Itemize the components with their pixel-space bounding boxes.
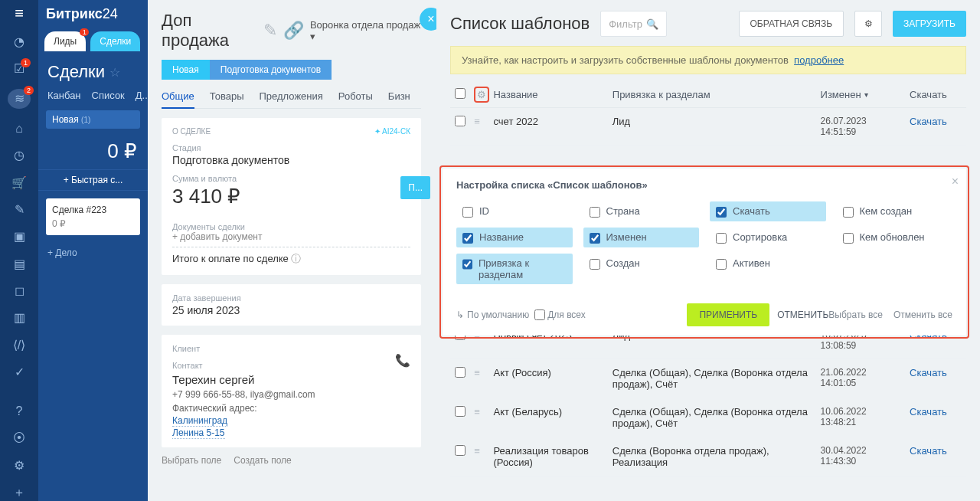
for-all-checkbox[interactable] [534,309,545,320]
drag-icon[interactable]: ≡ [474,367,480,378]
column-option[interactable]: Сортировка [710,228,826,247]
rail-settings-icon[interactable]: ⚙ [11,458,28,473]
search-icon[interactable]: 🔍 [646,18,658,30]
rail-help-icon[interactable]: ? [11,404,28,418]
rail-box-icon[interactable]: ◻ [11,283,28,298]
option-checkbox[interactable] [590,233,600,244]
cancel-button[interactable]: Отменить [777,309,828,320]
column-option[interactable]: Активен [710,254,826,284]
deal-card[interactable]: Сделка #223 0 ₽ [46,198,140,235]
option-checkbox[interactable] [716,259,727,270]
rail-contact-icon[interactable]: ▣ [11,229,28,244]
street-link[interactable]: Ленина 5-15 [172,427,225,439]
row-checkbox[interactable] [455,367,466,378]
apply-button[interactable]: Применить [687,303,769,326]
download-link[interactable]: Скачать [910,116,947,127]
rail-sign-icon[interactable]: ✎ [11,202,28,217]
column-settings-button[interactable]: ⚙ [474,87,489,103]
option-checkbox[interactable] [716,233,727,244]
quick-deal-button[interactable]: + Быстрая с... [38,169,148,191]
column-option[interactable]: ID [456,201,573,221]
column-option[interactable]: Привязка к разделам [456,254,573,284]
column-option[interactable]: Изменен [583,228,700,247]
option-checkbox[interactable] [716,207,727,218]
option-checkbox[interactable] [462,259,472,270]
phone-icon[interactable]: 📞 [395,353,410,368]
row-name[interactable]: Акт (Беларусь) [493,406,612,418]
city-link[interactable]: Калининград [172,415,227,427]
stage-docs[interactable]: Подготовка документов [210,60,332,80]
option-checkbox[interactable] [843,207,854,218]
tab-robots[interactable]: Роботы [338,90,373,102]
rail-time-icon[interactable]: ◷ [11,148,28,162]
info-more-link[interactable]: подробнее [794,54,844,66]
settings-button[interactable]: ⚙ [854,11,882,37]
subtab-kanban[interactable]: Канбан [47,90,81,101]
pay-button[interactable]: П... [400,176,430,199]
tab-biz[interactable]: Бизн [388,90,410,102]
rail-android-icon[interactable]: ▤ [11,257,28,271]
drag-icon[interactable]: ≡ [474,116,480,127]
choose-field-link[interactable]: Выбрать поле [162,455,221,466]
row-checkbox[interactable] [455,406,466,417]
edit-icon[interactable]: ✎ [263,21,277,41]
option-checkbox[interactable] [462,207,473,218]
menu-icon[interactable]: ≡ [15,5,24,22]
download-link[interactable]: Скачать [910,445,947,457]
col-dl[interactable]: Скачать [910,89,962,100]
link-icon[interactable]: 🔗 [283,21,304,41]
tab-products[interactable]: Товары [210,90,244,102]
rail-dev-icon[interactable]: ⟨/⟩ [11,337,28,352]
col-mod[interactable]: Изменен▾ [821,89,910,100]
rail-sitemap-icon[interactable]: ⦿ [11,431,28,445]
option-checkbox[interactable] [590,259,600,270]
default-link[interactable]: По умолчанию [467,309,529,320]
select-all-checkbox[interactable] [455,88,466,99]
option-checkbox[interactable] [843,233,854,244]
row-checkbox[interactable] [455,116,466,126]
stage-new[interactable]: Новая [162,60,210,80]
row-name[interactable]: Акт (Россия) [493,367,612,378]
column-option[interactable]: Страна [583,201,700,221]
rail-market-icon[interactable]: ▥ [11,310,28,325]
star-icon[interactable]: ☆ [109,65,120,80]
download-link[interactable]: Скачать [910,367,947,378]
funnel-crumb[interactable]: Воронка отдела продаж [310,19,420,31]
rail-tasks-icon[interactable]: ☑1 [11,61,28,76]
row-checkbox[interactable] [455,445,466,456]
column-option[interactable]: Кем создан [837,201,953,221]
drag-icon[interactable]: ≡ [474,445,480,457]
column-option[interactable]: Создан [583,254,700,284]
tab-offers[interactable]: Предложения [259,90,322,102]
rail-home-icon[interactable]: ⌂ [11,121,28,136]
row-name[interactable]: счет 2022 [493,116,612,127]
select-all-link[interactable]: Выбрать все [828,309,883,320]
create-field-link[interactable]: Создать поле [234,455,292,466]
col-bind[interactable]: Привязка к разделам [612,89,821,100]
modal-close-button[interactable]: × [952,175,959,188]
tab-deals[interactable]: Сделки [90,31,140,51]
option-checkbox[interactable] [590,207,600,218]
subtab-list[interactable]: Список [92,90,125,101]
contact-name[interactable]: Терехин сергей [172,373,410,386]
row-name[interactable]: Реализация товаров (Россия) [493,445,612,468]
rail-check-icon[interactable]: ✓ [11,365,28,379]
option-checkbox[interactable] [462,233,473,244]
deselect-all-link[interactable]: Отменить все [893,309,952,320]
filter-input[interactable]: Фильтр🔍 [600,11,667,37]
rail-dashboard-icon[interactable]: ◔ [11,34,28,49]
column-option[interactable]: Кем обновлен [837,228,953,247]
feedback-button[interactable]: ОБРАТНАЯ СВЯЗЬ [739,11,844,37]
stage-chip[interactable]: Новая (1) [46,110,140,129]
column-option[interactable]: Скачать [710,201,826,221]
tab-common[interactable]: Общие [162,90,194,109]
add-document-link[interactable]: + добавить документ [172,231,410,247]
add-case-link[interactable]: + Дело [38,243,148,263]
rail-shop-icon[interactable]: 🛒 [11,175,28,190]
col-name[interactable]: Название [493,89,612,100]
upload-button[interactable]: ЗАГРУЗИТЬ [893,11,966,37]
download-link[interactable]: Скачать [910,406,947,418]
tab-leads[interactable]: Лиды1 [44,31,86,51]
ai-link[interactable]: ✦ AI24-ск [374,127,410,136]
rail-add-icon[interactable]: ＋ [11,485,28,501]
